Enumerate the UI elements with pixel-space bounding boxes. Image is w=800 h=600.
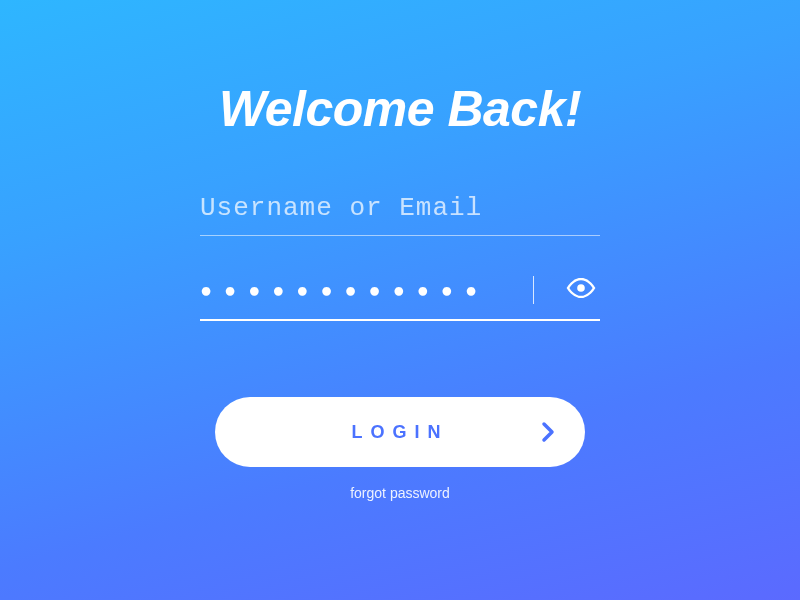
eye-icon: [566, 278, 596, 301]
forgot-password-link[interactable]: forgot password: [350, 485, 450, 501]
login-form: ●●●●●●●●●●●● LOGIN forgot password: [200, 193, 600, 501]
toggle-password-visibility-button[interactable]: [562, 274, 600, 305]
login-button[interactable]: LOGIN: [215, 397, 585, 467]
login-button-label: LOGIN: [352, 422, 449, 443]
svg-point-0: [577, 284, 585, 292]
username-row: [200, 193, 600, 236]
password-row: ●●●●●●●●●●●●: [200, 274, 600, 321]
page-title: Welcome Back!: [219, 80, 581, 138]
username-input[interactable]: [200, 193, 600, 223]
text-caret: [533, 276, 534, 304]
password-input[interactable]: ●●●●●●●●●●●●: [200, 277, 537, 303]
chevron-right-icon: [541, 421, 555, 443]
